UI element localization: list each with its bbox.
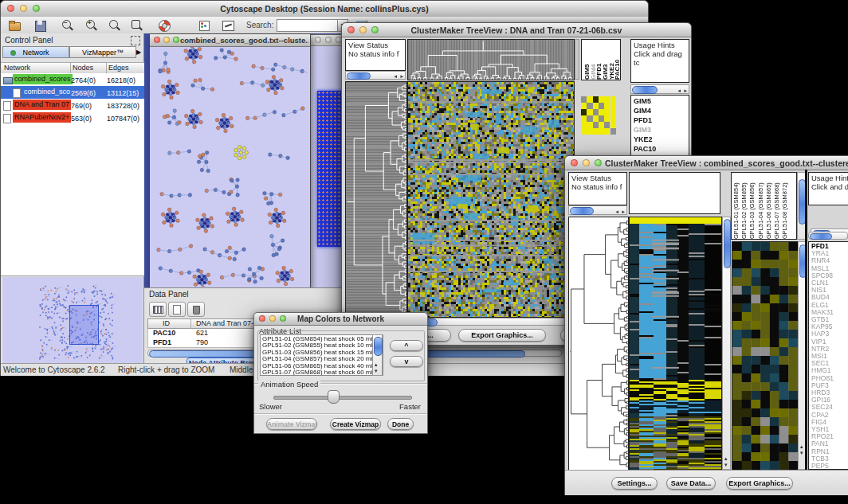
- gene-label[interactable]: YKE2: [634, 135, 686, 144]
- status-hint-zoom: Right-click + drag to ZOOM: [118, 365, 214, 374]
- column-label[interactable]: PAC10: [614, 40, 620, 80]
- tab-vizmapper[interactable]: VizMapper™: [69, 46, 136, 58]
- col-edges[interactable]: Edges: [108, 64, 129, 72]
- minimize-button[interactable]: [583, 159, 590, 166]
- col-network[interactable]: Network: [4, 64, 30, 72]
- main-titlebar[interactable]: Cytoscape Desktop (Session Name: collins…: [1, 1, 648, 18]
- attribute-list[interactable]: GPL51-01 (GSM854) heat shock 05 minGPL51…: [260, 334, 383, 376]
- button-export-graphics[interactable]: Export Graphics...: [458, 329, 546, 342]
- attribute-list-item[interactable]: GPL51-07 (GSM868) heat shock 60 min: [262, 369, 381, 376]
- dialog-title: Map Colors to Network: [254, 315, 427, 323]
- close-button[interactable]: [315, 37, 321, 43]
- minimize-button[interactable]: [325, 37, 332, 43]
- gene-list-hscrollbar[interactable]: [808, 232, 848, 240]
- matrix-cell: [604, 103, 610, 109]
- matrix-cell: [593, 96, 599, 103]
- help-icon[interactable]: [157, 18, 173, 32]
- column-label[interactable]: GPL51-01 (GSM854): [732, 173, 740, 239]
- column-label[interactable]: GPL51-02 (GSM855): [740, 173, 748, 239]
- matrix-cell: [610, 128, 616, 135]
- zoom-in-icon[interactable]: +: [84, 18, 100, 32]
- button-export-graphics[interactable]: Export Graphics...: [726, 477, 793, 490]
- gene-list-panel[interactable]: PFD1YRA1RNR4MSL1SPC98CLN1NIS1BUD4ELG1MAK…: [808, 241, 848, 470]
- search-input[interactable]: [277, 19, 339, 32]
- gene-label[interactable]: GIM5: [634, 96, 686, 106]
- tab-overflow-arrow[interactable]: ▶: [136, 46, 143, 58]
- zoom-button[interactable]: [173, 37, 179, 43]
- view-status-panel: View Status No status info f: [345, 39, 406, 71]
- animation-slider-thumb[interactable]: [328, 390, 340, 404]
- data-panel-title: Data Panel: [149, 290, 188, 299]
- row-dendrogram-canvas[interactable]: [345, 81, 407, 318]
- col-id[interactable]: ID: [163, 319, 170, 327]
- dense-network-cluster[interactable]: [317, 91, 342, 247]
- gene-label[interactable]: PFD1: [634, 115, 686, 125]
- inner-window-titlebar[interactable]: combined_scores_good.txt--cluste...: [150, 34, 310, 47]
- matrix-cell: [581, 122, 587, 128]
- view-status-scrollbar[interactable]: ◂▸: [345, 71, 406, 80]
- column-label[interactable]: GPL51-08 (GSM872): [781, 173, 789, 239]
- dialog-titlebar[interactable]: Map Colors to Network: [254, 313, 427, 326]
- column-label[interactable]: GPL51-07 (GSM868): [773, 173, 781, 239]
- animation-slider-track[interactable]: [273, 396, 412, 400]
- network-list-row[interactable]: combined_sco2569(6)13112(15): [1, 86, 144, 99]
- minimize-button[interactable]: [163, 37, 170, 43]
- gene-label[interactable]: PAC10: [634, 144, 686, 154]
- matrix-cell: [587, 96, 592, 103]
- create-vizmap-button[interactable]: Create Vizmap: [330, 418, 381, 430]
- column-dendrogram-canvas[interactable]: [407, 39, 575, 80]
- float-panel-icon[interactable]: [131, 36, 140, 45]
- heatmap-global-canvas[interactable]: [407, 81, 575, 318]
- done-button[interactable]: Done: [387, 418, 414, 430]
- open-file-icon[interactable]: [7, 18, 23, 32]
- attribute-list-scrollbar[interactable]: ▴▾: [372, 334, 383, 376]
- heatmap-zoom-matrix[interactable]: [581, 96, 616, 135]
- delete-attribute-icon[interactable]: [187, 302, 205, 317]
- column-label[interactable]: GIM3: [602, 40, 608, 80]
- heatmap-zoom-canvas[interactable]: [732, 241, 799, 471]
- zoom-out-icon[interactable]: −: [60, 18, 76, 32]
- row-dendrogram-canvas[interactable]: [568, 217, 629, 471]
- view-status-scrollbar[interactable]: ◂▸: [568, 205, 627, 215]
- move-up-button[interactable]: ^: [390, 340, 423, 351]
- zoom-button[interactable]: [595, 159, 602, 166]
- move-down-button[interactable]: v: [390, 356, 423, 367]
- usage-hints-panel: Usage Hints Click and drag tc: [630, 39, 689, 83]
- column-label[interactable]: GPL51-06 (GSM865): [765, 173, 773, 239]
- close-button[interactable]: [154, 37, 160, 43]
- treeview1-titlebar[interactable]: ClusterMaker TreeView : DNA and Tran 07-…: [342, 23, 691, 37]
- attribute-select-icon[interactable]: [149, 302, 167, 317]
- file-icon: [3, 101, 11, 111]
- matrix-cell: [581, 96, 587, 103]
- column-labels-panel[interactable]: GIM5GIM4PFD1GIM3YKE2PAC10: [581, 39, 621, 80]
- animate-vizmap-button[interactable]: Animate Vizmap: [266, 418, 317, 430]
- column-label[interactable]: GIM5: [583, 40, 590, 80]
- tab-network[interactable]: Network: [2, 46, 69, 58]
- column-label[interactable]: GPL51-03 (GSM856): [748, 173, 756, 239]
- gene-label[interactable]: GIM4: [634, 106, 686, 115]
- zoom-fit-icon[interactable]: [107, 18, 123, 32]
- network-overview-canvas[interactable]: [2, 277, 143, 365]
- gene-label[interactable]: GIM3: [634, 125, 686, 135]
- heatmap-vscrollbar[interactable]: ▴▾: [722, 217, 731, 470]
- treeview2-titlebar[interactable]: ClusterMaker TreeView : combined_scores_…: [565, 156, 848, 170]
- column-label[interactable]: PFD1: [595, 40, 602, 80]
- new-attribute-icon[interactable]: [168, 302, 186, 317]
- button-save-data[interactable]: Save Data...: [666, 477, 716, 490]
- column-label[interactable]: GPL51-04 (GSM857): [757, 173, 765, 239]
- usage-hints-scrollbar[interactable]: ◂▸: [630, 84, 689, 94]
- network-list-row[interactable]: DNA and Tran 07769(0)183728(0): [1, 99, 144, 111]
- save-icon[interactable]: [33, 18, 49, 32]
- zoom-selected-icon[interactable]: [129, 18, 145, 32]
- heatmap-global-canvas[interactable]: [629, 217, 722, 471]
- button-settings[interactable]: Settings...: [611, 477, 658, 490]
- annotation-icon[interactable]: [221, 18, 237, 32]
- network-list-row[interactable]: combined_scores2764(0)16218(0): [1, 73, 144, 86]
- vizmapper-tool-icon[interactable]: [197, 18, 213, 32]
- network-list-row[interactable]: RNAPuberNov2+563(0)107847(0): [1, 111, 144, 124]
- col-nodes[interactable]: Nodes: [73, 64, 93, 72]
- column-labels-panel[interactable]: GPL51-01 (GSM854)GPL51-02 (GSM855)GPL51-…: [731, 172, 797, 240]
- close-button[interactable]: [571, 159, 578, 166]
- dendrogram-scroll-strip[interactable]: [575, 39, 579, 80]
- network-view-canvas[interactable]: [151, 47, 308, 287]
